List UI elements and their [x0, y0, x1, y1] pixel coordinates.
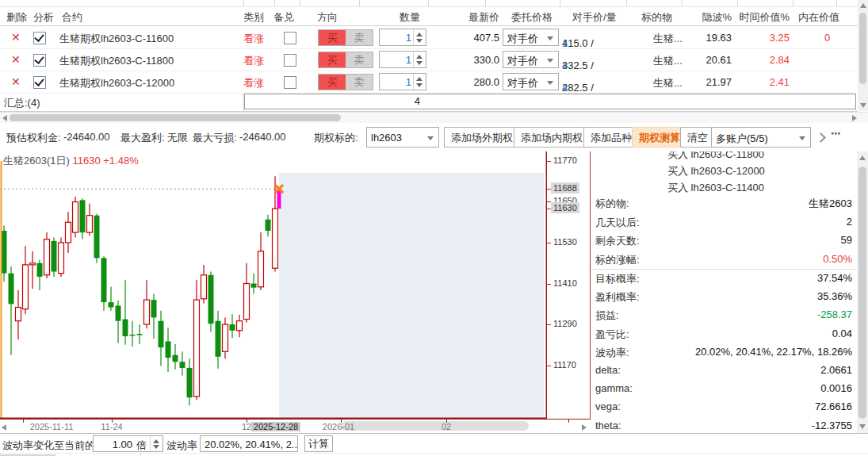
candle	[187, 368, 193, 397]
option-measure-button[interactable]: 期权测算	[632, 127, 687, 148]
step-up-icon[interactable]	[416, 77, 423, 81]
field-row: 损益:-258.37	[591, 308, 857, 323]
sell-button[interactable]: 卖	[346, 75, 373, 90]
vol-input[interactable]: 20.02%, 20.41%, 2...	[200, 435, 298, 452]
delete-button[interactable]: ✕	[11, 75, 21, 88]
field-row: delta:2.0661	[591, 364, 857, 378]
candle	[237, 321, 243, 331]
field-label: 标的涨幅:	[595, 253, 640, 267]
step-down-icon[interactable]	[416, 61, 423, 65]
contract-name: 生猪期权lh2603-C-11600	[59, 32, 174, 46]
hscroll-thumb[interactable]	[10, 114, 341, 121]
field-value: 生猪2603	[809, 197, 852, 211]
table-header: 删除 分析 合约 类别 备兑 方向 数量 最新价 委托价格 对手价/量 标的物 …	[0, 7, 858, 26]
scroll-down-icon[interactable]	[859, 424, 866, 429]
time-axis-scroll-thumb[interactable]	[341, 421, 529, 431]
multiplier-stepper[interactable]: 1.00 倍	[93, 435, 163, 452]
calculate-button[interactable]: 计算	[304, 435, 333, 452]
accounts-combo[interactable]: 多账户(5/5)	[711, 127, 811, 148]
time-tick	[568, 420, 569, 423]
time-label: 2025-11-11	[30, 422, 74, 431]
clear-button[interactable]: 清空	[680, 127, 715, 148]
add-exchange-option-button[interactable]: 添加场内期权	[514, 127, 590, 148]
chart-last-price: 11630	[72, 155, 100, 167]
underlying-select-label: 期权标的:	[314, 131, 358, 145]
step-up-icon[interactable]	[416, 33, 423, 36]
add-otc-option-button[interactable]: 添加场外期权	[444, 127, 520, 148]
chevron-down-icon	[427, 136, 434, 140]
field-value: -258.37	[817, 308, 852, 320]
step-up-icon[interactable]	[416, 55, 423, 59]
covered-checkbox[interactable]	[284, 76, 296, 89]
field-row: 波动率:20.02%, 20.41%, 22.17%, 18.26%	[591, 346, 857, 360]
candle	[273, 209, 278, 268]
covered-checkbox[interactable]	[284, 54, 296, 67]
delete-button[interactable]: ✕	[11, 53, 21, 66]
candle	[59, 243, 64, 274]
candle	[244, 284, 250, 320]
delete-button[interactable]: ✕	[11, 31, 21, 44]
candlestick-chart[interactable]	[0, 151, 547, 419]
col-order-price: 委托价格	[511, 10, 553, 25]
scroll-up-icon[interactable]	[860, 3, 866, 8]
analyze-checkbox[interactable]	[33, 32, 46, 44]
underlying-value: 生猪...	[653, 32, 683, 46]
table-row: ✕生猪期权lh2603-C-11600看涨买卖1407.5对手价415.0 / …	[0, 26, 858, 49]
step-down-icon[interactable]	[153, 445, 159, 449]
more-icon[interactable]: ⋯	[831, 128, 841, 140]
field-label: delta:	[595, 364, 621, 376]
panel-scrollbar-thumb[interactable]	[858, 167, 866, 419]
buy-button[interactable]: 买	[319, 75, 346, 90]
candle	[173, 355, 178, 362]
field-row: 盈亏比:0.04	[591, 328, 857, 342]
underlying-combo[interactable]: lh2603	[366, 127, 439, 148]
price-label: 11290	[551, 318, 579, 329]
field-row: theta:-12.3755	[591, 420, 857, 433]
field-value: -12.3755	[812, 420, 852, 431]
quantity-stepper[interactable]: 1	[379, 29, 426, 46]
order-price-combo[interactable]: 对手价	[503, 29, 559, 46]
scroll-left-icon[interactable]	[2, 115, 7, 121]
last-price-value: 330.0	[434, 54, 499, 66]
step-down-icon[interactable]	[416, 39, 423, 43]
expand-right-icon[interactable]	[816, 132, 826, 143]
covered-checkbox[interactable]	[284, 32, 296, 44]
scroll-down-icon[interactable]	[860, 103, 866, 108]
scroll-right-icon[interactable]	[852, 115, 857, 121]
scroll-right-icon[interactable]	[582, 424, 587, 431]
field-row: 剩余天数:59	[591, 234, 857, 248]
buy-button[interactable]: 买	[319, 30, 346, 45]
quantity-stepper[interactable]: 1	[379, 73, 426, 90]
field-row: 几天以后:2	[591, 216, 857, 230]
analyze-checkbox[interactable]	[33, 54, 46, 67]
order-price-combo[interactable]: 对手价	[503, 73, 559, 90]
panel-vertical-scrollbar[interactable]	[857, 151, 868, 433]
analyze-checkbox[interactable]	[33, 76, 46, 89]
time-axis[interactable]: 2025-11-1111-24122025-12-282026-0102	[0, 419, 591, 434]
step-up-icon[interactable]	[153, 439, 159, 443]
candle	[87, 216, 93, 232]
order-price-combo[interactable]: 对手价	[503, 51, 559, 68]
table-vertical-scrollbar[interactable]	[858, 0, 868, 111]
sell-button[interactable]: 卖	[346, 52, 373, 67]
candle	[109, 302, 114, 307]
order-price-value: 对手价	[507, 54, 538, 68]
table-horizontal-scrollbar[interactable]	[0, 112, 868, 123]
buy-button[interactable]: 买	[319, 52, 346, 67]
candle	[201, 275, 207, 299]
field-label: 波动率:	[595, 346, 629, 360]
col-covered: 备兑	[273, 10, 294, 25]
candle	[16, 308, 21, 321]
add-variety-button[interactable]: 添加品种	[583, 127, 639, 148]
scroll-up-icon[interactable]	[859, 155, 866, 160]
quantity-stepper[interactable]: 1	[379, 51, 426, 68]
chart-panel: 生猪2603(1日) 11630 +1.48% 1177011688116501…	[0, 151, 591, 433]
sell-button[interactable]: 卖	[346, 30, 373, 45]
col-direction: 方向	[317, 10, 338, 25]
scroll-left-icon[interactable]	[2, 424, 6, 431]
counter-volume: 4	[562, 59, 568, 71]
time-value: 2.41	[725, 76, 790, 88]
table-scrollbar-thumb[interactable]	[859, 13, 866, 84]
step-down-icon[interactable]	[416, 83, 423, 87]
vol-change-label: 波动率变化至当前的	[2, 439, 95, 453]
